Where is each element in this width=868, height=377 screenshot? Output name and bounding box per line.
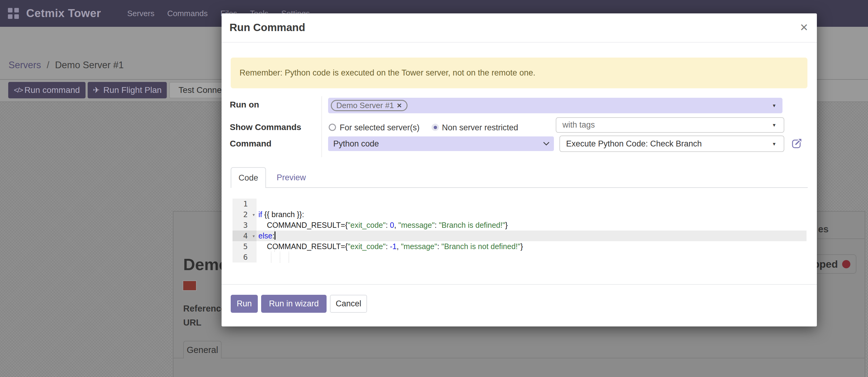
breadcrumb-separator: / — [46, 60, 49, 70]
modal-footer-divider — [222, 284, 817, 285]
chevron-down-icon: ▼ — [772, 141, 776, 146]
form-label-divider — [321, 96, 322, 157]
chevron-down-icon: ▼ — [772, 122, 776, 127]
color-swatch[interactable] — [183, 281, 196, 291]
run-command-modal: Run Command ✕ Remember: Python code is e… — [222, 13, 817, 326]
breadcrumb: Servers / Demo Server #1 — [8, 60, 124, 71]
plane-icon: ✈ — [93, 85, 100, 95]
run-in-wizard-button[interactable]: Run in wizard — [261, 295, 327, 313]
code-line[interactable]: 3 COMMAND_RESULT={"exit_code": 0, "messa… — [232, 220, 807, 231]
chevron-down-icon — [543, 142, 550, 146]
right-heading-fragment: es — [818, 224, 829, 235]
command-type-select[interactable]: Python code — [328, 137, 554, 151]
radio-non-server-restricted-label[interactable]: Non server restricted — [442, 123, 518, 133]
warning-alert-text: Remember: Python code is executed on the… — [240, 68, 535, 78]
run-flight-plan-button[interactable]: ✈Run Flight Plan — [88, 82, 167, 98]
cancel-button[interactable]: Cancel — [330, 295, 367, 313]
server-tag-label: Demo Server #1 — [336, 101, 394, 110]
right-heading-divider — [817, 238, 865, 239]
reference-label: Reference — [183, 303, 226, 314]
code-line[interactable]: 5 COMMAND_RESULT={"exit_code": -1, "mess… — [232, 241, 807, 252]
menu-item-commands[interactable]: Commands — [167, 9, 208, 18]
radio-selected-servers-label[interactable]: For selected server(s) — [340, 123, 420, 133]
notebook-divider — [174, 358, 865, 358]
fold-arrow-icon[interactable]: ▾ — [253, 209, 255, 220]
menu-item-servers[interactable]: Servers — [127, 9, 155, 18]
modal-title: Run Command — [229, 21, 305, 33]
breadcrumb-servers-link[interactable]: Servers — [8, 60, 41, 70]
close-icon[interactable]: ✕ — [800, 21, 809, 33]
command-type-value: Python code — [333, 139, 379, 149]
run-on-label: Run on — [230, 100, 259, 110]
tab-general[interactable]: General — [183, 341, 222, 358]
run-button[interactable]: Run — [231, 295, 258, 313]
code-line[interactable]: 6 — [232, 252, 807, 262]
tab-code[interactable]: Code — [231, 167, 266, 188]
breadcrumb-current: Demo Server #1 — [55, 60, 124, 70]
command-select-value: Execute Python Code: Check Branch — [566, 139, 702, 149]
status-dot-icon — [842, 260, 850, 268]
remove-tag-icon[interactable]: ✕ — [397, 102, 402, 109]
chevron-down-icon[interactable]: ▼ — [772, 103, 776, 108]
code-line[interactable]: 1 — [232, 199, 807, 209]
code-editor[interactable]: 12▾if {{ branch }}:3 COMMAND_RESULT={"ex… — [232, 199, 807, 262]
screen: Cetmix Tower Servers Commands Files Tool… — [0, 0, 868, 377]
radio-non-server-restricted[interactable] — [432, 124, 439, 131]
warning-alert: Remember: Python code is executed on the… — [231, 58, 807, 88]
run-on-field[interactable]: Demo Server #1 ✕ ▼ — [328, 98, 782, 113]
tags-filter-placeholder: with tags — [562, 120, 595, 130]
code-icon: </> — [14, 86, 23, 94]
command-select[interactable]: Execute Python Code: Check Branch ▼ — [559, 136, 784, 152]
radio-selected-servers[interactable] — [329, 124, 336, 131]
modal-header-divider — [222, 42, 817, 42]
run-command-button[interactable]: </>Run command — [8, 82, 86, 98]
text-cursor — [275, 231, 275, 240]
fold-arrow-icon[interactable]: ▾ — [253, 231, 255, 241]
code-line[interactable]: 2▾if {{ branch }}: — [232, 209, 807, 220]
server-tag-pill[interactable]: Demo Server #1 ✕ — [331, 100, 407, 111]
external-link-icon[interactable] — [791, 137, 803, 149]
tags-filter-select[interactable]: with tags ▼ — [556, 117, 784, 133]
tabs-underline — [231, 187, 808, 188]
code-line[interactable]: 4▾else: — [232, 231, 807, 241]
app-brand: Cetmix Tower — [26, 7, 101, 20]
command-label: Command — [230, 139, 272, 149]
url-label: URL — [183, 318, 202, 328]
show-commands-label: Show Commands — [230, 122, 301, 132]
tab-preview[interactable]: Preview — [274, 167, 308, 188]
apps-grid-icon[interactable] — [8, 8, 19, 19]
